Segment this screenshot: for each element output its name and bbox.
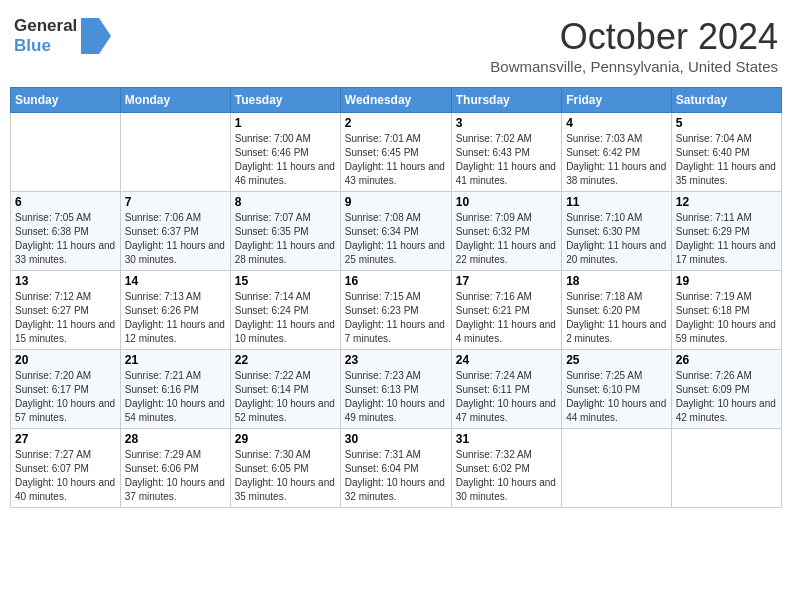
col-saturday: Saturday bbox=[671, 88, 781, 113]
day-info: Sunrise: 7:21 AMSunset: 6:16 PMDaylight:… bbox=[125, 369, 226, 425]
month-title: October 2024 bbox=[490, 16, 778, 58]
day-number: 30 bbox=[345, 432, 447, 446]
day-number: 5 bbox=[676, 116, 777, 130]
day-info: Sunrise: 7:08 AMSunset: 6:34 PMDaylight:… bbox=[345, 211, 447, 267]
calendar-cell: 30Sunrise: 7:31 AMSunset: 6:04 PMDayligh… bbox=[340, 429, 451, 508]
day-info: Sunrise: 7:12 AMSunset: 6:27 PMDaylight:… bbox=[15, 290, 116, 346]
calendar-cell: 6Sunrise: 7:05 AMSunset: 6:38 PMDaylight… bbox=[11, 192, 121, 271]
day-info: Sunrise: 7:29 AMSunset: 6:06 PMDaylight:… bbox=[125, 448, 226, 504]
calendar-cell: 13Sunrise: 7:12 AMSunset: 6:27 PMDayligh… bbox=[11, 271, 121, 350]
location-title: Bowmansville, Pennsylvania, United State… bbox=[490, 58, 778, 75]
day-info: Sunrise: 7:15 AMSunset: 6:23 PMDaylight:… bbox=[345, 290, 447, 346]
calendar-cell: 27Sunrise: 7:27 AMSunset: 6:07 PMDayligh… bbox=[11, 429, 121, 508]
day-number: 11 bbox=[566, 195, 667, 209]
day-number: 22 bbox=[235, 353, 336, 367]
logo: General Blue bbox=[14, 16, 111, 56]
day-number: 24 bbox=[456, 353, 557, 367]
calendar-cell: 8Sunrise: 7:07 AMSunset: 6:35 PMDaylight… bbox=[230, 192, 340, 271]
day-number: 16 bbox=[345, 274, 447, 288]
day-info: Sunrise: 7:30 AMSunset: 6:05 PMDaylight:… bbox=[235, 448, 336, 504]
day-number: 23 bbox=[345, 353, 447, 367]
day-number: 2 bbox=[345, 116, 447, 130]
day-info: Sunrise: 7:25 AMSunset: 6:10 PMDaylight:… bbox=[566, 369, 667, 425]
day-info: Sunrise: 7:06 AMSunset: 6:37 PMDaylight:… bbox=[125, 211, 226, 267]
title-area: October 2024 Bowmansville, Pennsylvania,… bbox=[490, 16, 778, 75]
col-friday: Friday bbox=[562, 88, 672, 113]
svg-marker-0 bbox=[81, 18, 111, 54]
day-info: Sunrise: 7:18 AMSunset: 6:20 PMDaylight:… bbox=[566, 290, 667, 346]
day-number: 12 bbox=[676, 195, 777, 209]
day-number: 21 bbox=[125, 353, 226, 367]
calendar-cell: 22Sunrise: 7:22 AMSunset: 6:14 PMDayligh… bbox=[230, 350, 340, 429]
calendar-cell: 11Sunrise: 7:10 AMSunset: 6:30 PMDayligh… bbox=[562, 192, 672, 271]
day-info: Sunrise: 7:11 AMSunset: 6:29 PMDaylight:… bbox=[676, 211, 777, 267]
calendar-cell: 14Sunrise: 7:13 AMSunset: 6:26 PMDayligh… bbox=[120, 271, 230, 350]
day-info: Sunrise: 7:14 AMSunset: 6:24 PMDaylight:… bbox=[235, 290, 336, 346]
day-info: Sunrise: 7:00 AMSunset: 6:46 PMDaylight:… bbox=[235, 132, 336, 188]
day-number: 19 bbox=[676, 274, 777, 288]
calendar-cell: 29Sunrise: 7:30 AMSunset: 6:05 PMDayligh… bbox=[230, 429, 340, 508]
calendar-cell: 1Sunrise: 7:00 AMSunset: 6:46 PMDaylight… bbox=[230, 113, 340, 192]
day-number: 8 bbox=[235, 195, 336, 209]
day-number: 18 bbox=[566, 274, 667, 288]
day-number: 13 bbox=[15, 274, 116, 288]
day-info: Sunrise: 7:22 AMSunset: 6:14 PMDaylight:… bbox=[235, 369, 336, 425]
day-info: Sunrise: 7:02 AMSunset: 6:43 PMDaylight:… bbox=[456, 132, 557, 188]
day-number: 1 bbox=[235, 116, 336, 130]
day-number: 10 bbox=[456, 195, 557, 209]
calendar-cell: 20Sunrise: 7:20 AMSunset: 6:17 PMDayligh… bbox=[11, 350, 121, 429]
calendar-cell: 7Sunrise: 7:06 AMSunset: 6:37 PMDaylight… bbox=[120, 192, 230, 271]
day-info: Sunrise: 7:32 AMSunset: 6:02 PMDaylight:… bbox=[456, 448, 557, 504]
col-monday: Monday bbox=[120, 88, 230, 113]
day-info: Sunrise: 7:01 AMSunset: 6:45 PMDaylight:… bbox=[345, 132, 447, 188]
day-info: Sunrise: 7:05 AMSunset: 6:38 PMDaylight:… bbox=[15, 211, 116, 267]
logo-blue: Blue bbox=[14, 36, 77, 56]
day-number: 20 bbox=[15, 353, 116, 367]
day-number: 17 bbox=[456, 274, 557, 288]
day-number: 14 bbox=[125, 274, 226, 288]
header: General Blue October 2024 Bowmansville, … bbox=[10, 10, 782, 81]
calendar-header-row: Sunday Monday Tuesday Wednesday Thursday… bbox=[11, 88, 782, 113]
calendar-cell: 25Sunrise: 7:25 AMSunset: 6:10 PMDayligh… bbox=[562, 350, 672, 429]
calendar-cell: 15Sunrise: 7:14 AMSunset: 6:24 PMDayligh… bbox=[230, 271, 340, 350]
day-info: Sunrise: 7:20 AMSunset: 6:17 PMDaylight:… bbox=[15, 369, 116, 425]
calendar-cell: 31Sunrise: 7:32 AMSunset: 6:02 PMDayligh… bbox=[451, 429, 561, 508]
calendar-week-row: 27Sunrise: 7:27 AMSunset: 6:07 PMDayligh… bbox=[11, 429, 782, 508]
day-info: Sunrise: 7:09 AMSunset: 6:32 PMDaylight:… bbox=[456, 211, 557, 267]
day-number: 27 bbox=[15, 432, 116, 446]
day-number: 4 bbox=[566, 116, 667, 130]
col-thursday: Thursday bbox=[451, 88, 561, 113]
day-number: 15 bbox=[235, 274, 336, 288]
calendar-cell: 10Sunrise: 7:09 AMSunset: 6:32 PMDayligh… bbox=[451, 192, 561, 271]
calendar-cell bbox=[671, 429, 781, 508]
calendar-cell: 5Sunrise: 7:04 AMSunset: 6:40 PMDaylight… bbox=[671, 113, 781, 192]
calendar-cell: 9Sunrise: 7:08 AMSunset: 6:34 PMDaylight… bbox=[340, 192, 451, 271]
logo-general: General bbox=[14, 16, 77, 36]
day-info: Sunrise: 7:24 AMSunset: 6:11 PMDaylight:… bbox=[456, 369, 557, 425]
day-info: Sunrise: 7:26 AMSunset: 6:09 PMDaylight:… bbox=[676, 369, 777, 425]
day-number: 3 bbox=[456, 116, 557, 130]
day-info: Sunrise: 7:16 AMSunset: 6:21 PMDaylight:… bbox=[456, 290, 557, 346]
calendar-cell: 21Sunrise: 7:21 AMSunset: 6:16 PMDayligh… bbox=[120, 350, 230, 429]
calendar-cell: 17Sunrise: 7:16 AMSunset: 6:21 PMDayligh… bbox=[451, 271, 561, 350]
calendar-cell: 4Sunrise: 7:03 AMSunset: 6:42 PMDaylight… bbox=[562, 113, 672, 192]
day-number: 29 bbox=[235, 432, 336, 446]
day-info: Sunrise: 7:10 AMSunset: 6:30 PMDaylight:… bbox=[566, 211, 667, 267]
day-number: 6 bbox=[15, 195, 116, 209]
day-number: 31 bbox=[456, 432, 557, 446]
calendar-cell: 16Sunrise: 7:15 AMSunset: 6:23 PMDayligh… bbox=[340, 271, 451, 350]
day-info: Sunrise: 7:13 AMSunset: 6:26 PMDaylight:… bbox=[125, 290, 226, 346]
day-number: 28 bbox=[125, 432, 226, 446]
calendar-week-row: 1Sunrise: 7:00 AMSunset: 6:46 PMDaylight… bbox=[11, 113, 782, 192]
calendar-cell: 23Sunrise: 7:23 AMSunset: 6:13 PMDayligh… bbox=[340, 350, 451, 429]
col-tuesday: Tuesday bbox=[230, 88, 340, 113]
day-info: Sunrise: 7:27 AMSunset: 6:07 PMDaylight:… bbox=[15, 448, 116, 504]
day-number: 9 bbox=[345, 195, 447, 209]
day-info: Sunrise: 7:04 AMSunset: 6:40 PMDaylight:… bbox=[676, 132, 777, 188]
calendar-cell bbox=[120, 113, 230, 192]
calendar-cell bbox=[562, 429, 672, 508]
day-info: Sunrise: 7:03 AMSunset: 6:42 PMDaylight:… bbox=[566, 132, 667, 188]
day-info: Sunrise: 7:23 AMSunset: 6:13 PMDaylight:… bbox=[345, 369, 447, 425]
col-wednesday: Wednesday bbox=[340, 88, 451, 113]
calendar-week-row: 20Sunrise: 7:20 AMSunset: 6:17 PMDayligh… bbox=[11, 350, 782, 429]
